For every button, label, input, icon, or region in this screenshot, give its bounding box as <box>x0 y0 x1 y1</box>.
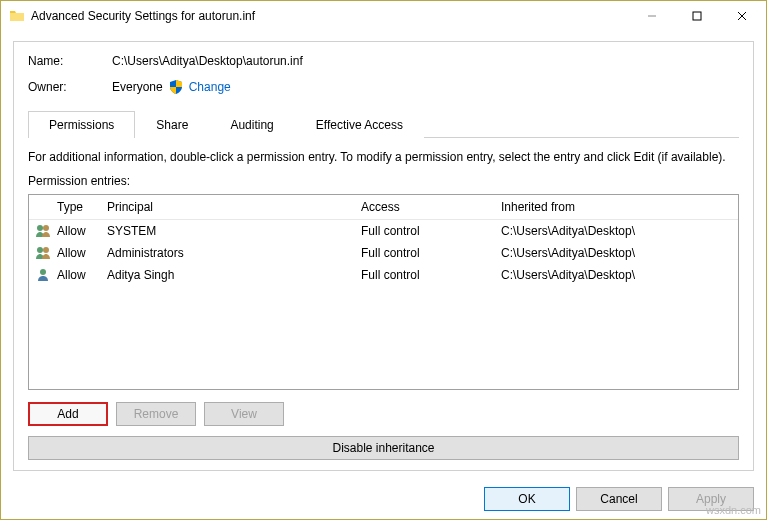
button-row: Add Remove View <box>28 402 739 426</box>
window-controls <box>629 2 764 30</box>
owner-label: Owner: <box>28 80 112 94</box>
cell-access: Full control <box>361 246 501 260</box>
svg-point-5 <box>43 225 49 231</box>
tab-effective-access[interactable]: Effective Access <box>295 111 424 138</box>
name-label: Name: <box>28 54 112 68</box>
titlebar: Advanced Security Settings for autorun.i… <box>1 1 766 31</box>
tab-permissions[interactable]: Permissions <box>28 111 135 138</box>
permission-table: Type Principal Access Inherited from All… <box>28 194 739 390</box>
minimize-button[interactable] <box>629 2 674 30</box>
tab-share[interactable]: Share <box>135 111 209 138</box>
user-icon <box>35 267 51 283</box>
shield-icon <box>169 80 183 94</box>
cell-access: Full control <box>361 268 501 282</box>
cell-inherited: C:\Users\Aditya\Desktop\ <box>501 246 732 260</box>
header-inherited[interactable]: Inherited from <box>501 200 732 214</box>
owner-value: Everyone <box>112 80 163 94</box>
header-access[interactable]: Access <box>361 200 501 214</box>
name-value: C:\Users\Aditya\Desktop\autorun.inf <box>112 54 303 68</box>
close-button[interactable] <box>719 2 764 30</box>
window-title: Advanced Security Settings for autorun.i… <box>31 9 629 23</box>
remove-button[interactable]: Remove <box>116 402 196 426</box>
svg-point-8 <box>40 269 46 275</box>
watermark: wsxdn.com <box>706 504 761 516</box>
view-button[interactable]: View <box>204 402 284 426</box>
table-body: Allow SYSTEM Full control C:\Users\Adity… <box>29 220 738 389</box>
cell-principal: Aditya Singh <box>107 268 361 282</box>
users-icon <box>35 245 51 261</box>
table-row[interactable]: Allow Administrators Full control C:\Use… <box>29 242 738 264</box>
cell-access: Full control <box>361 224 501 238</box>
cell-principal: SYSTEM <box>107 224 361 238</box>
cell-type: Allow <box>57 224 107 238</box>
table-row[interactable]: Allow SYSTEM Full control C:\Users\Adity… <box>29 220 738 242</box>
owner-row: Owner: Everyone Change <box>28 80 739 94</box>
cancel-button[interactable]: Cancel <box>576 487 662 511</box>
add-button[interactable]: Add <box>28 402 108 426</box>
table-row[interactable]: Allow Aditya Singh Full control C:\Users… <box>29 264 738 286</box>
inner-panel: Name: C:\Users\Aditya\Desktop\autorun.in… <box>13 41 754 471</box>
cell-principal: Administrators <box>107 246 361 260</box>
name-row: Name: C:\Users\Aditya\Desktop\autorun.in… <box>28 54 739 68</box>
disable-inheritance-button[interactable]: Disable inheritance <box>28 436 739 460</box>
header-principal[interactable]: Principal <box>107 200 361 214</box>
content-area: Name: C:\Users\Aditya\Desktop\autorun.in… <box>1 31 766 479</box>
header-type[interactable]: Type <box>57 200 107 214</box>
svg-point-7 <box>43 247 49 253</box>
svg-rect-1 <box>693 12 701 20</box>
cell-inherited: C:\Users\Aditya\Desktop\ <box>501 268 732 282</box>
maximize-button[interactable] <box>674 2 719 30</box>
svg-point-6 <box>37 247 43 253</box>
users-icon <box>35 223 51 239</box>
ok-button[interactable]: OK <box>484 487 570 511</box>
table-header: Type Principal Access Inherited from <box>29 195 738 220</box>
tab-auditing[interactable]: Auditing <box>209 111 294 138</box>
cell-inherited: C:\Users\Aditya\Desktop\ <box>501 224 732 238</box>
cell-type: Allow <box>57 268 107 282</box>
svg-point-4 <box>37 225 43 231</box>
entries-label: Permission entries: <box>28 174 739 188</box>
footer: OK Cancel Apply <box>1 479 766 519</box>
folder-icon <box>9 8 25 24</box>
change-owner-link[interactable]: Change <box>189 80 231 94</box>
info-text: For additional information, double-click… <box>28 150 739 164</box>
tab-bar: Permissions Share Auditing Effective Acc… <box>28 110 739 138</box>
window-frame: Advanced Security Settings for autorun.i… <box>0 0 767 520</box>
cell-type: Allow <box>57 246 107 260</box>
